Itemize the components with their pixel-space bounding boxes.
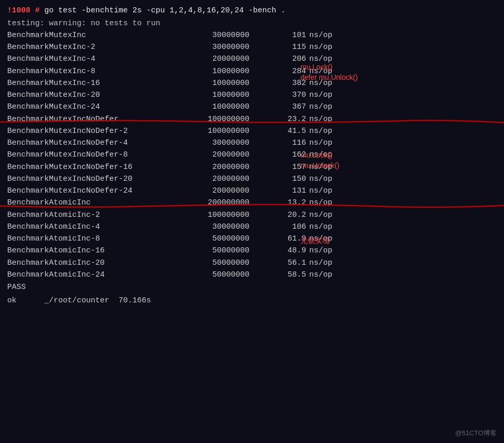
bench-unit: ns/op: [306, 257, 337, 269]
bench-name: BenchmarkMutexInc-16: [7, 77, 182, 89]
bench-name: BenchmarkMutexInc-2: [7, 41, 182, 53]
bench-unit: ns/op: [306, 41, 337, 53]
bench-iterations: 30000000: [182, 137, 265, 149]
bench-unit: ns/op: [306, 149, 337, 161]
table-row: BenchmarkMutexInc-810000000284ns/op: [7, 65, 497, 77]
bench-name: BenchmarkMutexIncNoDefer-16: [7, 161, 182, 173]
bench-time: 370: [265, 89, 306, 101]
bench-time: 20.2: [265, 209, 306, 221]
bench-iterations: 50000000: [182, 245, 265, 257]
bench-iterations: 50000000: [182, 233, 265, 245]
bench-name: BenchmarkAtomicInc-2: [7, 209, 182, 221]
table-row: BenchmarkAtomicInc-430000000106ns/op: [7, 221, 497, 233]
bench-name: BenchmarkMutexInc-20: [7, 89, 182, 101]
table-row: BenchmarkMutexInc-2010000000370ns/op: [7, 89, 497, 101]
table-row: BenchmarkMutexInc-2410000000367ns/op: [7, 101, 497, 113]
bench-iterations: 50000000: [182, 269, 265, 281]
prompt: !1008 #: [7, 4, 40, 18]
bench-iterations: 20000000: [182, 161, 265, 173]
bench-time: 206: [265, 53, 306, 65]
bench-name: BenchmarkAtomicInc-4: [7, 221, 182, 233]
table-row: BenchmarkMutexInc30000000101ns/op: [7, 29, 497, 41]
table-row: BenchmarkAtomicInc20000000013.2ns/op: [7, 197, 497, 209]
bench-unit: ns/op: [306, 101, 337, 113]
bench-time: 131: [265, 185, 306, 197]
bench-unit: ns/op: [306, 113, 337, 125]
table-row: BenchmarkAtomicInc-205000000056.1ns/op: [7, 257, 497, 269]
bench-unit: ns/op: [306, 245, 337, 257]
benchmark-table: BenchmarkMutexInc30000000101ns/opBenchma…: [7, 29, 497, 281]
bench-name: BenchmarkMutexInc-24: [7, 101, 182, 113]
bench-iterations: 30000000: [182, 221, 265, 233]
bench-name: BenchmarkMutexIncNoDefer-4: [7, 137, 182, 149]
bench-unit: ns/op: [306, 185, 337, 197]
table-row: BenchmarkAtomicInc-210000000020.2ns/op: [7, 209, 497, 221]
bench-time: 367: [265, 101, 306, 113]
bench-unit: ns/op: [306, 137, 337, 149]
bench-iterations: 200000000: [182, 197, 265, 209]
bench-unit: ns/op: [306, 65, 337, 77]
table-row: BenchmarkMutexInc-230000000115ns/op: [7, 41, 497, 53]
bench-unit: ns/op: [306, 125, 337, 137]
bench-name: BenchmarkMutexInc-8: [7, 65, 182, 77]
bench-name: BenchmarkAtomicInc: [7, 197, 182, 209]
bench-time: 48.9: [265, 245, 306, 257]
bench-unit: ns/op: [306, 89, 337, 101]
bench-unit: ns/op: [306, 197, 337, 209]
bench-unit: ns/op: [306, 233, 337, 245]
bench-name: BenchmarkMutexIncNoDefer-24: [7, 185, 182, 197]
table-row: BenchmarkAtomicInc-85000000061.9ns/op: [7, 233, 497, 245]
bench-time: 41.5: [265, 125, 306, 137]
watermark: @51CTO博客: [455, 429, 497, 438]
bench-time: 58.5: [265, 269, 306, 281]
bench-name: BenchmarkMutexInc: [7, 29, 182, 41]
bench-iterations: 10000000: [182, 77, 265, 89]
bench-unit: ns/op: [306, 77, 337, 89]
bench-iterations: 20000000: [182, 185, 265, 197]
table-row: BenchmarkMutexIncNoDefer-430000000116ns/…: [7, 137, 497, 149]
bench-name: BenchmarkAtomicInc-20: [7, 257, 182, 269]
bench-iterations: 20000000: [182, 53, 265, 65]
bench-name: BenchmarkMutexIncNoDefer: [7, 113, 182, 125]
table-row: BenchmarkAtomicInc-165000000048.9ns/op: [7, 245, 497, 257]
bench-time: 56.1: [265, 257, 306, 269]
table-row: BenchmarkMutexIncNoDefer10000000023.2ns/…: [7, 113, 497, 125]
bench-time: 101: [265, 29, 306, 41]
table-row: BenchmarkAtomicInc-245000000058.5ns/op: [7, 269, 497, 281]
bench-unit: ns/op: [306, 269, 337, 281]
bench-name: BenchmarkMutexIncNoDefer-2: [7, 125, 182, 137]
bench-time: 284: [265, 65, 306, 77]
bench-name: BenchmarkAtomicInc-24: [7, 269, 182, 281]
table-row: BenchmarkMutexInc-1610000000382ns/op: [7, 77, 497, 89]
command-text: go test -benchtime 2s -cpu 1,2,4,8,16,20…: [40, 4, 285, 18]
bench-iterations: 100000000: [182, 125, 265, 137]
bench-iterations: 10000000: [182, 101, 265, 113]
bench-time: 116: [265, 137, 306, 149]
bench-unit: ns/op: [306, 29, 337, 41]
bench-name: BenchmarkMutexIncNoDefer-20: [7, 173, 182, 185]
bench-time: 157: [265, 161, 306, 173]
bench-time: 150: [265, 173, 306, 185]
table-row: BenchmarkMutexIncNoDefer-1620000000157ns…: [7, 161, 497, 173]
bench-iterations: 100000000: [182, 209, 265, 221]
bench-unit: ns/op: [306, 209, 337, 221]
bench-name: BenchmarkMutexIncNoDefer-8: [7, 149, 182, 161]
bench-name: BenchmarkAtomicInc-16: [7, 245, 182, 257]
table-row: BenchmarkMutexInc-420000000206ns/op: [7, 53, 497, 65]
bench-unit: ns/op: [306, 221, 337, 233]
table-row: BenchmarkMutexIncNoDefer-2020000000150ns…: [7, 173, 497, 185]
bench-time: 61.9: [265, 233, 306, 245]
bench-time: 382: [265, 77, 306, 89]
bench-time: 13.2: [265, 197, 306, 209]
table-row: BenchmarkMutexIncNoDefer-820000000162ns/…: [7, 149, 497, 161]
bench-iterations: 30000000: [182, 29, 265, 41]
warning-line: testing: warning: no tests to run: [7, 18, 497, 29]
bench-iterations: 10000000: [182, 89, 265, 101]
bench-time: 162: [265, 149, 306, 161]
bench-time: 106: [265, 221, 306, 233]
pass-line: PASS: [7, 281, 497, 294]
bench-unit: ns/op: [306, 53, 337, 65]
bench-iterations: 100000000: [182, 113, 265, 125]
bench-name: BenchmarkAtomicInc-8: [7, 233, 182, 245]
bench-iterations: 50000000: [182, 257, 265, 269]
